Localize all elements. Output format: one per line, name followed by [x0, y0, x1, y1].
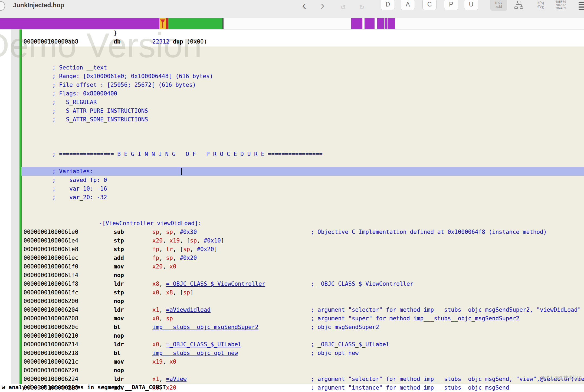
symbol-link[interactable]: =_OBJC_CLASS_$_ViewController [166, 281, 265, 287]
cfg-view-button[interactable] [512, 1, 525, 11]
inline-comment: ; objc_opt_new [311, 349, 359, 357]
mnemonic: nop [114, 331, 124, 340]
disasm-row[interactable]: 00000001000061e4stpx20, x19, [sp, #0x10] [0, 236, 584, 245]
hex-view-button[interactable]: 48EF70 786572 284469 [552, 0, 569, 11]
mode-button-c[interactable]: C [422, 0, 437, 10]
segment-block-green[interactable] [168, 18, 222, 29]
disasm-row[interactable]: 00000001000061f4nop [0, 271, 584, 280]
address: 0000000100006218 [24, 349, 78, 357]
comment-row[interactable]: ; var_20: -32 [0, 193, 584, 202]
disasm-row[interactable]: 00000001000061e0subsp, sp, #0x30; Object… [0, 228, 584, 236]
disasm-row[interactable]: 00000001000061fcstpx0, x8, [sp] [0, 288, 584, 297]
mnemonic: nop [114, 271, 124, 280]
undo-icon[interactable]: ↺ [341, 2, 346, 11]
address: 00000001000061fc [24, 288, 78, 297]
symbol-link[interactable]: =aViewdidload [166, 307, 211, 313]
comment-row[interactable]: ; S_ATTR_PURE_INSTRUCTIONS [0, 107, 584, 115]
address: 0000000100006210 [24, 331, 78, 340]
operand-text: ] [214, 246, 218, 253]
disasm-row[interactable]: 000000010000621cmovx19, x0 [0, 357, 584, 366]
comment-row[interactable]: ; ================ B E G I N N I N G O F… [0, 150, 584, 158]
operand-text: , [173, 229, 180, 235]
segment-map[interactable] [0, 18, 584, 29]
disasm-row[interactable]: 0000000100006200nop [0, 297, 584, 305]
segment-block-red[interactable] [166, 18, 168, 29]
disasm-row[interactable]: 0000000100006210nop [0, 331, 584, 340]
code-row[interactable]: } [0, 29, 584, 37]
comment-row[interactable]: ; Range: [0x1000061e0; 0x100006448[ (616… [0, 72, 584, 81]
mode-button-u[interactable]: U [464, 0, 478, 10]
mnemonic: bl [114, 323, 120, 331]
disasm-row[interactable]: 0000000100006214ldrx0, =_OBJC_CLASS_$_UI… [0, 340, 584, 349]
register: sp [183, 289, 190, 296]
address: 0000000100006200 [24, 297, 78, 305]
nav-forward-button[interactable]: › [317, 0, 328, 12]
comment-row[interactable]: ; Section __text [0, 63, 584, 72]
segment-block-dark[interactable] [222, 18, 224, 29]
window-control-partial[interactable] [0, 1, 5, 11]
mode-button-d[interactable]: D [381, 0, 395, 10]
operand-text: , [159, 315, 166, 322]
comment-row[interactable]: ; Variables: [0, 167, 584, 176]
graph-icon [514, 1, 524, 11]
comment-row[interactable]: ; var_10: -16 [0, 184, 584, 193]
register: x1 [152, 376, 159, 382]
disasm-row[interactable]: 00000001000061f0movx20, x0 [0, 262, 584, 271]
disasm-row[interactable]: 0000000100000ab8db22312 dup (0x00) [0, 37, 584, 46]
address: 00000001000061e8 [24, 245, 78, 254]
disasm-row[interactable]: 0000000100006208movx0, sp; argument "sup… [0, 314, 584, 323]
segment-block-purple[interactable] [351, 18, 362, 29]
mnemonic: db [114, 37, 120, 46]
mnemonic: ldr [114, 340, 124, 349]
disasm-row[interactable]: 000000010000620cblimp___stubs__objc_msgS… [0, 323, 584, 331]
comment-row[interactable]: ; S_ATTR_SOME_INSTRUCTIONS [0, 115, 584, 124]
operands: fp, sp, #0x20 [152, 254, 197, 262]
operands: x0, =_OBJC_CLASS_$_UILabel [152, 340, 241, 349]
operand-text: , [173, 255, 180, 261]
segment-block-purple[interactable] [365, 18, 375, 29]
comment-row[interactable]: ; S_REGULAR [0, 98, 584, 107]
mode-button-p[interactable]: P [444, 0, 458, 10]
pseudocode-view-button[interactable]: if(b) f(x); [533, 0, 548, 11]
register: fp [152, 255, 159, 261]
hamburger-icon-partial[interactable] [579, 2, 584, 11]
comment-row[interactable]: ; File offset : [25056; 25672[ (616 byte… [0, 81, 584, 89]
comment-text: ; S_ATTR_PURE_INSTRUCTIONS [52, 107, 148, 115]
disasm-row[interactable]: 0000000100006224ldrx1, =aView; argument … [0, 375, 584, 383]
register: x0 [152, 341, 159, 348]
comment-row[interactable]: ; saved_fp: 0 [0, 176, 584, 184]
blank-row [0, 158, 584, 167]
segment-block-purple[interactable] [388, 18, 395, 29]
symbol-link[interactable]: =_OBJC_CLASS_$_UILabel [166, 341, 241, 348]
disasm-row[interactable]: 0000000100006218blimp___stubs__objc_opt_… [0, 349, 584, 357]
inline-comment: ; objc_msgSendSuper2 [311, 323, 379, 331]
disasm-row[interactable]: 00000001000061f8ldrx8, =_OBJC_CLASS_$_Vi… [0, 280, 584, 288]
symbol-link[interactable]: imp___stubs__objc_opt_new [152, 350, 238, 356]
pseudocode-label-1: if(b) [537, 1, 544, 5]
segment-block-purple[interactable] [385, 18, 387, 29]
disasm-row[interactable]: 0000000100006204ldrx1, =aViewdidload; ar… [0, 305, 584, 314]
symbol-link[interactable]: =aView [166, 376, 187, 382]
segment-block-purple[interactable] [0, 18, 159, 29]
procedure-label-row[interactable]: -[ViewController viewDidLoad]: [0, 219, 584, 228]
text-caret [181, 168, 182, 175]
assembly-view-button[interactable]: mov add [490, 0, 507, 11]
mnemonic: stp [114, 288, 124, 297]
comment-text: ; saved_fp: 0 [52, 176, 107, 184]
position-marker[interactable] [159, 18, 166, 29]
segment-block-purple[interactable] [377, 18, 384, 29]
address: 0000000100006204 [24, 305, 78, 314]
operand-text: dup [173, 38, 183, 45]
mode-button-a[interactable]: A [401, 0, 415, 10]
comment-row[interactable]: ; Flags: 0x80000400 [0, 89, 584, 98]
disasm-row[interactable]: 00000001000061ecaddfp, sp, #0x20 [0, 254, 584, 262]
hopper-window: JunkInjected.hop ‹ › ↺ ↻ D A C P U mov a… [0, 0, 584, 392]
nav-back-button[interactable]: ‹ [299, 0, 310, 12]
comment-text: ; S_REGULAR [52, 98, 97, 107]
immediate: 22312 [152, 38, 169, 45]
redo-icon[interactable]: ↻ [359, 2, 364, 11]
operands: 22312 dup (0x00) [152, 37, 207, 46]
disasm-row[interactable]: 0000000100006220nop [0, 366, 584, 375]
disasm-row[interactable]: 00000001000061e8stpfp, lr, [sp, #0x20] [0, 245, 584, 254]
symbol-link[interactable]: imp___stubs__objc_msgSendSuper2 [152, 324, 258, 330]
